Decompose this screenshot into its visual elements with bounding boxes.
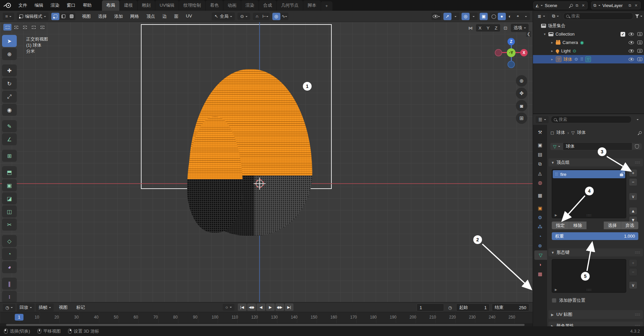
viewport-menu-面[interactable]: 面 (170, 12, 182, 20)
tool-bevel[interactable]: ◪ (2, 192, 17, 204)
transport-jump-start-button[interactable]: |◀ (238, 303, 247, 311)
outliner-search-input[interactable] (571, 14, 630, 18)
vg-button-移除[interactable]: 移除 (569, 222, 587, 229)
visibility-eye-icon[interactable] (629, 49, 634, 53)
current-frame-field[interactable]: 1 (417, 303, 444, 311)
outliner-search[interactable] (563, 12, 633, 20)
list-filter-expand-icon[interactable]: ▶ (555, 213, 557, 217)
shading-dropdown[interactable] (522, 13, 530, 20)
transport-jump-end-button[interactable]: ▶| (285, 303, 293, 311)
properties-tab-constraints[interactable]: ⊛ (533, 241, 547, 250)
visibility-eye-icon[interactable] (629, 58, 634, 61)
fake-user-shield-button[interactable] (632, 143, 642, 150)
tool-cursor[interactable]: ⊕ (2, 48, 17, 60)
xray-toggle[interactable]: ▣ (480, 13, 488, 20)
select-option-1[interactable]: + (12, 24, 20, 31)
viewport-menu-添加[interactable]: 添加 (110, 12, 126, 20)
sk-specials-dropdown[interactable]: ∨ (629, 281, 637, 289)
properties-tab-output[interactable]: ▤ (533, 150, 547, 159)
snap-target-dropdown[interactable]: ⊢ (261, 13, 269, 20)
menu-渲染[interactable]: 渲染 (47, 1, 63, 9)
add-workspace-button[interactable]: + (321, 1, 332, 11)
transform-orientation-dropdown[interactable]: ↖ 全局 (212, 12, 235, 20)
mirror-x-toggle[interactable]: X (476, 24, 484, 32)
properties-options-dropdown[interactable] (634, 116, 642, 123)
timeline-menu-视图[interactable]: 视图 (55, 303, 71, 311)
viewlayer-selector[interactable]: ⧉ ViewLayer ⧉ ✕ (591, 1, 641, 9)
tool-move[interactable]: ✚ (2, 64, 17, 77)
timeline-menu-标记[interactable]: 标记 (72, 303, 89, 311)
viewport-menu-选择[interactable]: 选择 (94, 12, 110, 20)
tool-edge-slide[interactable]: ∥ (2, 278, 17, 290)
workspace-tab-合成[interactable]: 合成 (259, 0, 276, 11)
render-visibility-icon[interactable] (637, 32, 642, 36)
gizmo-axis-z[interactable]: Z (507, 38, 515, 45)
viewlayer-name[interactable]: ViewLayer (602, 3, 626, 8)
visibility-eye-icon[interactable] (629, 41, 634, 44)
falloff-dropdown[interactable]: ∿ (280, 13, 289, 20)
tool-transform[interactable]: ◉ (2, 104, 17, 116)
gizmo-axis-y-neg[interactable]: -Y (507, 48, 516, 57)
gizmo-axis-x[interactable]: X (520, 49, 528, 56)
vertex-groups-panel-header[interactable]: ▼ 顶点组 ∷∷ (548, 158, 643, 166)
nav-zoom-button[interactable]: ⊕ (516, 75, 527, 87)
mesh-datablock-icon-dropdown[interactable]: ▽ (550, 143, 563, 150)
list-resize-grip[interactable]: ∷∷ (587, 288, 592, 292)
properties-tab-collection[interactable]: ▦ (533, 191, 547, 200)
tool-spin[interactable]: ◔ (2, 248, 17, 260)
select-option-0[interactable] (3, 24, 11, 31)
viewport-menu-网格[interactable]: 网格 (126, 12, 143, 20)
timeline-menu-插帧[interactable]: 插帧 (36, 303, 54, 311)
properties-tab-modifiers[interactable]: ⚙ (533, 213, 547, 222)
tool-select-box[interactable]: ➤ (2, 35, 17, 47)
select-option-4[interactable]: ∩ (38, 24, 46, 31)
shape-keys-panel-header[interactable]: ▼ 形态键 ∷∷ (548, 248, 643, 256)
proportional-editing-toggle[interactable]: ◎ (272, 13, 280, 20)
scene-name[interactable]: Scene (545, 3, 568, 8)
outliner-row-camera[interactable]: ▸Camera◉ (533, 38, 644, 47)
vg-add-button[interactable]: + (629, 169, 637, 177)
pin-icon[interactable] (638, 131, 642, 134)
properties-tab-material[interactable]: ◑ (533, 260, 547, 269)
workspace-tab-建模[interactable]: 建模 (120, 0, 137, 11)
properties-tab-tool[interactable]: ⚒ (533, 128, 547, 137)
viewport-menu-边[interactable]: 边 (159, 12, 170, 20)
timeline-editor-type-button[interactable]: ◷ (3, 304, 15, 311)
options-dropdown[interactable]: 选项 (511, 24, 529, 32)
weight-slider[interactable]: 权重 1.000 (552, 232, 638, 240)
rest-position-checkbox[interactable] (552, 298, 556, 303)
workspace-tab-UV编辑[interactable]: UV编辑 (155, 0, 179, 11)
properties-tab-object[interactable]: ▣ (533, 203, 547, 213)
gizmo-axis-x-neg[interactable] (495, 49, 502, 56)
pin-icon[interactable] (570, 3, 574, 7)
viewport-menu-视图[interactable]: 视图 (78, 12, 94, 20)
vertex-group-item-fire[interactable]: ⠿fire (553, 170, 625, 178)
breadcrumb-data[interactable]: 球体 (577, 130, 586, 136)
shading-mode-1[interactable]: ● (498, 13, 506, 20)
menu-帮助[interactable]: 帮助 (79, 1, 95, 9)
transport-play-reverse-button[interactable]: ◀ (257, 303, 265, 311)
vg-specials-dropdown[interactable]: ∨ (629, 193, 637, 200)
mode-dropdown[interactable]: 编辑模式 (17, 12, 49, 20)
properties-search[interactable] (551, 116, 632, 123)
delete-viewlayer-button[interactable]: ✕ (634, 3, 638, 8)
copy-viewlayer-button[interactable]: ⧉ (628, 3, 632, 8)
auto-keying-toggle[interactable]: ○ (223, 304, 234, 311)
tool-smooth[interactable]: ◕ (2, 261, 17, 273)
tool-add-cube[interactable]: ⊞ (2, 150, 17, 162)
workspace-tab-雕刻[interactable]: 雕刻 (138, 0, 155, 11)
mirror-z-toggle[interactable]: Z (492, 24, 500, 32)
transport-next-keyframe-button[interactable]: ◆▶ (275, 303, 284, 311)
vg-button-指定[interactable]: 指定 (552, 222, 569, 229)
transport-prev-keyframe-button[interactable]: ◀◆ (247, 303, 256, 311)
outliner-filter-dropdown[interactable] (635, 14, 642, 18)
render-visibility-icon[interactable] (637, 57, 642, 61)
editor-type-button[interactable]: ⌗ (3, 13, 14, 20)
properties-tab-view-layer[interactable]: ⧉ (533, 159, 547, 169)
expand-icon[interactable]: ▸ (550, 57, 554, 61)
tool-loop-cut[interactable]: ◫ (2, 205, 17, 218)
list-filter-expand-icon[interactable]: ▶ (555, 288, 557, 291)
shading-mode-2[interactable]: ◐ (506, 13, 514, 20)
select-option-3[interactable]: · (30, 24, 38, 31)
collapsed-panel-UV 贴图[interactable]: ▶UV 贴图∷∷ (548, 310, 643, 319)
